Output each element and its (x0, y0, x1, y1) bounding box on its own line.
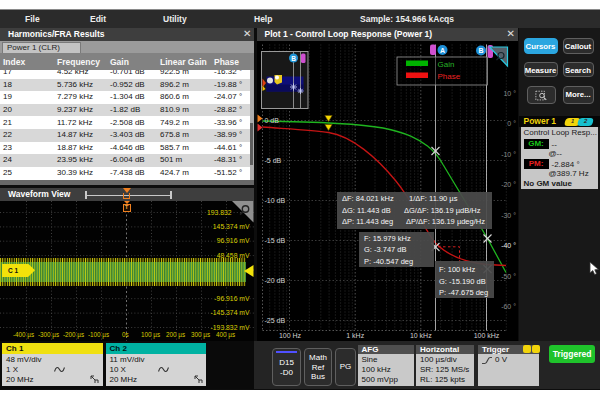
svg-text:-5 dB: -5 dB (264, 157, 281, 164)
svg-text:-25 dB: -25 dB (264, 317, 285, 324)
svg-text:0 °: 0 ° (507, 120, 516, 127)
svg-text:-10 dB: -10 dB (264, 197, 285, 204)
svg-text:B: B (291, 54, 296, 61)
svg-text:-15 dB: -15 dB (264, 237, 285, 244)
svg-text:100 kHz: 100 kHz (473, 332, 499, 339)
svg-text:Gain: Gain (437, 60, 454, 69)
svg-text:Phase: Phase (437, 72, 460, 81)
svg-text:0 dB: 0 dB (264, 117, 279, 124)
svg-text:-20 dB: -20 dB (264, 277, 285, 284)
svg-text:-60 °: -60 ° (501, 303, 516, 310)
svg-text:B: B (478, 47, 483, 54)
svg-text:-40 °: -40 ° (501, 242, 516, 249)
svg-text:1 kHz: 1 kHz (346, 332, 364, 339)
svg-text:-20 °: -20 ° (501, 181, 516, 188)
svg-text:100 Hz: 100 Hz (278, 332, 301, 339)
svg-text:A: A (439, 46, 444, 53)
svg-text:10 °: 10 ° (503, 89, 516, 96)
svg-text:-30 °: -30 ° (501, 211, 516, 218)
svg-text:10 kHz: 10 kHz (409, 332, 431, 339)
svg-text:-50 °: -50 ° (501, 272, 516, 279)
svg-text:-10 °: -10 ° (501, 150, 516, 157)
